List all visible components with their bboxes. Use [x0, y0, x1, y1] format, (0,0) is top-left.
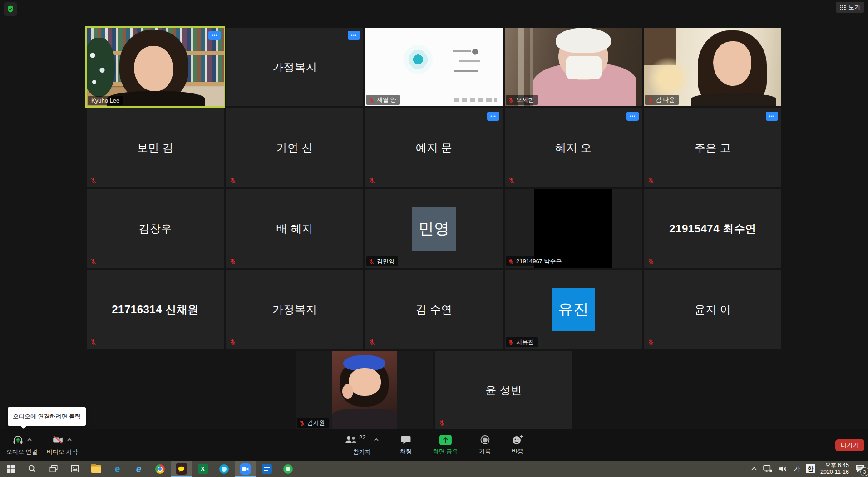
gallery-row-1: Kyuho Lee 가정복지 재열 양 — [0, 28, 868, 106]
muted-mic-icon — [648, 177, 654, 184]
participant-name: 윤 성빈 — [435, 351, 572, 429]
participant-name-label: 21914967 박수은 — [506, 256, 565, 266]
chevron-up-icon[interactable] — [27, 438, 32, 442]
participant-tile[interactable]: Kyuho Lee — [87, 28, 224, 106]
view-button[interactable]: 보기 — [836, 2, 864, 13]
zoom-app-icon — [240, 463, 251, 475]
taskbar-app-blue-circle[interactable] — [213, 461, 235, 477]
participant-name: 배 혜지 — [226, 189, 363, 268]
muted-mic-icon — [648, 258, 654, 265]
tile-menu-button[interactable] — [208, 31, 221, 40]
ime-mode-indicator[interactable]: 한 — [806, 464, 815, 473]
participant-tile[interactable]: 민영 김민영 — [365, 189, 503, 268]
tile-menu-button[interactable] — [348, 31, 360, 40]
start-video-label: 비디오 시작 — [47, 448, 78, 456]
taskbar-app-kakaotalk[interactable] — [171, 461, 192, 477]
taskbar-app-media[interactable] — [64, 461, 85, 477]
muted-mic-icon — [90, 258, 97, 265]
taskbar-app-excel[interactable] — [192, 461, 213, 477]
participant-tile[interactable]: 오세빈 — [505, 28, 642, 106]
participant-tile[interactable]: 김 나윤 — [644, 28, 781, 106]
participant-name-label: Kyuho Lee — [88, 96, 123, 105]
participant-tile[interactable]: 김시원 — [296, 351, 433, 429]
tile-menu-button[interactable] — [626, 112, 639, 121]
participant-tile[interactable]: 21915474 최수연 — [644, 189, 781, 268]
security-shield-icon — [6, 5, 15, 13]
action-center-button[interactable]: 3 — [854, 463, 866, 474]
participant-tile[interactable]: 가정복지 — [226, 28, 363, 106]
participant-tile[interactable]: 보민 김 — [87, 108, 224, 187]
chevron-up-icon[interactable] — [67, 438, 72, 442]
volume-icon[interactable] — [778, 465, 788, 473]
participant-tile[interactable]: 21716314 신채원 — [87, 270, 224, 349]
taskbar-search-button[interactable] — [21, 461, 43, 477]
participant-tile[interactable]: 주은 고 — [644, 108, 781, 187]
chat-button[interactable]: 채팅 — [395, 429, 416, 461]
reactions-button[interactable]: 반응 — [507, 429, 528, 461]
taskbar-clock[interactable]: 오후 6:45 2020-11-16 — [820, 462, 849, 476]
security-button[interactable] — [4, 2, 17, 16]
participant-tile[interactable]: 재열 양 — [365, 28, 503, 106]
search-icon — [28, 464, 37, 473]
participant-name: 21914967 박수은 — [516, 257, 562, 266]
join-audio-button[interactable]: 오디오 연결 — [2, 429, 42, 461]
share-screen-button[interactable]: 화면 공유 — [428, 429, 463, 461]
participant-name: 오세빈 — [516, 96, 534, 104]
taskbar-app-internet-explorer[interactable]: e — [128, 461, 149, 477]
participant-name: 김시원 — [307, 419, 325, 427]
taskbar-app-edge[interactable]: e — [107, 461, 128, 477]
internet-explorer-icon: e — [136, 463, 142, 474]
participant-video — [87, 28, 224, 106]
participant-name: 김민영 — [377, 257, 395, 266]
start-video-button[interactable]: 비디오 시작 — [42, 429, 83, 461]
reactions-label: 반응 — [512, 447, 523, 456]
show-hidden-icons-chevron[interactable] — [751, 467, 757, 471]
participant-tile[interactable]: 예지 문 — [365, 108, 503, 187]
participant-tile[interactable]: 가정복지 — [226, 270, 363, 349]
participant-tile[interactable]: 가연 신 — [226, 108, 363, 187]
participant-tile[interactable]: 21914967 박수은 — [505, 189, 642, 268]
gallery-row-3: 김창우 배 혜지 민영 김민영 21914967 박수은 — [0, 189, 868, 268]
taskbar-app-chrome[interactable] — [149, 461, 171, 477]
participant-name: 가정복지 — [226, 270, 363, 349]
network-icon[interactable] — [763, 465, 773, 473]
participant-tile[interactable]: 혜지 오 — [505, 108, 642, 187]
participant-tile[interactable]: 배 혜지 — [226, 189, 363, 268]
participant-name-label: 오세빈 — [506, 95, 538, 105]
record-icon — [479, 434, 491, 445]
participant-name: 가연 신 — [226, 108, 363, 187]
participant-name: 가정복지 — [226, 28, 363, 106]
participant-tile[interactable]: 유진 서유진 — [505, 270, 642, 349]
muted-mic-icon — [508, 177, 515, 184]
tile-menu-button[interactable] — [487, 112, 499, 121]
chevron-up-icon[interactable] — [374, 438, 379, 442]
ime-language-indicator[interactable]: 가 — [794, 465, 800, 473]
participant-name-label: 김시원 — [297, 418, 329, 428]
participant-name: 21915474 최수연 — [644, 189, 781, 268]
participant-tile[interactable]: 김창우 — [87, 189, 224, 268]
participant-name: 보민 김 — [87, 108, 224, 187]
taskbar-app-green-circle[interactable] — [277, 461, 299, 477]
task-view-button[interactable] — [43, 461, 64, 477]
participant-name: 김창우 — [87, 189, 224, 268]
participant-name-label: 김 나윤 — [645, 95, 679, 105]
leave-button[interactable]: 나가기 — [835, 439, 864, 451]
participants-count: 22 — [359, 434, 365, 441]
meeting-toolbar: 오디오 연결 비디오 시작 — [0, 429, 868, 461]
taskbar-app-file-explorer[interactable] — [85, 461, 107, 477]
share-screen-label: 화면 공유 — [433, 447, 458, 456]
participant-tile[interactable]: 윤 성빈 — [435, 351, 572, 429]
taskbar-app-zoom[interactable] — [235, 461, 256, 477]
muted-mic-icon — [508, 339, 514, 345]
tooltip-text: 오디오에 연결하려면 클릭 — [13, 413, 81, 421]
muted-mic-icon — [647, 97, 653, 103]
tile-menu-button[interactable] — [766, 112, 778, 121]
participant-tile[interactable]: 김 수연 — [365, 270, 503, 349]
muted-mic-icon — [648, 339, 654, 345]
muted-mic-icon — [508, 259, 514, 265]
taskbar-app-blue-square[interactable] — [256, 461, 277, 477]
start-button[interactable] — [0, 461, 21, 477]
participant-tile[interactable]: 윤지 이 — [644, 270, 781, 349]
participants-button[interactable]: 22 참가자 — [340, 429, 384, 461]
record-button[interactable]: 기록 — [474, 429, 495, 461]
